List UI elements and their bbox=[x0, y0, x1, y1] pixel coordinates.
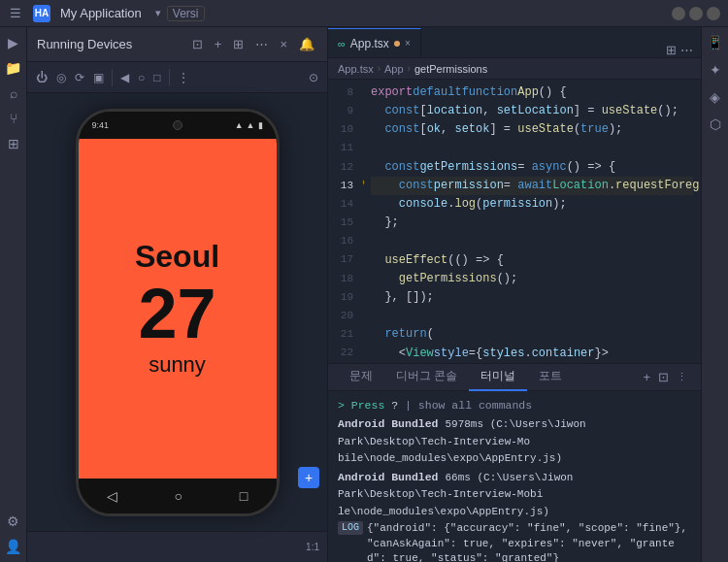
tab-terminal[interactable]: 터미널 bbox=[469, 364, 527, 391]
phone-frame: 9:41 ▲ ▲ ▮ Seoul 27 sunny ◁ ○ □ bbox=[76, 109, 280, 516]
phone-screen: Seoul 27 sunny bbox=[79, 139, 277, 479]
ln-8: 8 bbox=[328, 83, 359, 102]
sparkle-icon[interactable]: ✦ bbox=[704, 58, 727, 82]
city-display: Seoul bbox=[135, 239, 219, 275]
more-icon[interactable]: ⋮ bbox=[175, 69, 192, 86]
ln-12: 12 bbox=[328, 158, 359, 177]
maximize-button[interactable]: □ bbox=[689, 7, 703, 20]
code-line-22: <View style={styles.container}> bbox=[371, 345, 693, 363]
ln-14: 14 bbox=[328, 195, 359, 214]
hamburger-icon[interactable]: ☰ bbox=[8, 6, 23, 21]
home-icon[interactable]: ○ bbox=[135, 69, 148, 86]
phone-camera bbox=[173, 120, 182, 130]
bc-method: getPermissions bbox=[414, 63, 487, 75]
settings-icon[interactable]: ⚙ bbox=[2, 510, 25, 533]
tab-app-tsx[interactable]: ∞ App.tsx × bbox=[328, 28, 421, 57]
line-numbers: 8 9 10 11 12 13 14 15 16 17 18 19 20 21 bbox=[328, 80, 363, 363]
ln-13: 13 bbox=[328, 177, 359, 195]
phone-back-btn[interactable]: ◁ bbox=[107, 488, 117, 504]
app-logo: HA bbox=[33, 5, 50, 22]
code-content: 8 9 10 11 12 13 14 15 16 17 18 19 20 21 bbox=[328, 80, 701, 363]
terminal-more-icon[interactable]: ⋮ bbox=[673, 371, 691, 383]
phone-status-bar: 9:41 ▲ ▲ ▮ bbox=[79, 112, 277, 139]
volume-icon[interactable]: ◎ bbox=[53, 69, 69, 86]
bc-sep1: › bbox=[378, 63, 381, 74]
overview-icon[interactable]: □ bbox=[150, 69, 163, 86]
power-icon[interactable]: ⏻ bbox=[33, 69, 50, 86]
device-panel-new-icon[interactable]: ⊡ bbox=[189, 35, 206, 53]
android-bundled-label-2: Android Bundled bbox=[338, 471, 439, 483]
lightbulb-icon[interactable]: 💡 bbox=[363, 178, 367, 195]
device-bottom-bar: 1:1 bbox=[27, 531, 327, 562]
terminal-content: > Press ? | show all commands Android Bu… bbox=[328, 391, 701, 562]
chevron-icon[interactable]: ▾ bbox=[155, 7, 161, 19]
extensions-icon[interactable]: ⊞ bbox=[2, 132, 25, 155]
editor-terminal-wrapper: ∞ App.tsx × ⊞ ⋯ App.tsx › App › getPermi… bbox=[328, 27, 701, 562]
window-controls: − □ × bbox=[672, 7, 720, 20]
device-panel-split-icon[interactable]: ⊞ bbox=[230, 35, 247, 53]
tab-modified-dot bbox=[394, 41, 400, 47]
run-icon[interactable]: ▶ bbox=[2, 31, 25, 54]
ln-20: 20 bbox=[328, 307, 359, 325]
bottom-area: 문제 디버그 콘솔 터미널 포트 + ⊡ ⋮ > Press ? | show … bbox=[328, 363, 701, 562]
code-line-10: const [ok, setok] = useState(true); bbox=[371, 120, 693, 139]
tab-debug-console[interactable]: 디버그 콘솔 bbox=[384, 364, 469, 391]
editor-toolbar-right: ⊞ ⋯ bbox=[658, 43, 701, 57]
assistant-icon[interactable]: ◈ bbox=[704, 85, 727, 109]
main-content: ▶ 📁 ⌕ ⑂ ⊞ ⚙ 👤 Running Devices ⊡ + ⊞ ⋯ × … bbox=[0, 27, 728, 562]
device-screen: 9:41 ▲ ▲ ▮ Seoul 27 sunny ◁ ○ □ bbox=[27, 93, 327, 531]
terminal-split-icon[interactable]: ⊡ bbox=[654, 368, 673, 386]
device-panel-add-icon[interactable]: + bbox=[212, 35, 225, 53]
account-icon[interactable]: 👤 bbox=[2, 535, 25, 558]
bc-file: App.tsx bbox=[338, 63, 374, 75]
temp-display: 27 bbox=[138, 279, 215, 348]
more-editor-icon[interactable]: ⋯ bbox=[680, 43, 693, 57]
phone-status-icons: ▲ ▲ ▮ bbox=[235, 120, 263, 130]
device-panel-title: Running Devices bbox=[37, 37, 183, 51]
target-icon[interactable]: ⊙ bbox=[306, 69, 321, 86]
device-preview-icon[interactable]: 📱 bbox=[704, 31, 727, 54]
rotate-icon[interactable]: ⟳ bbox=[72, 69, 87, 86]
code-editor[interactable]: 8 9 10 11 12 13 14 15 16 17 18 19 20 21 bbox=[328, 80, 701, 363]
ln-17: 17 bbox=[328, 251, 359, 270]
title-bar: ☰ HA My Application ▾ Versi − □ × bbox=[0, 0, 728, 27]
search-icon[interactable]: ⌕ bbox=[2, 82, 25, 105]
android-bundled-label-1: Android Bundled bbox=[338, 417, 439, 430]
code-lines: export default function App() { const [l… bbox=[363, 80, 701, 363]
phone-home-btn[interactable]: ○ bbox=[175, 488, 182, 504]
breadcrumb: App.tsx › App › getPermissions bbox=[328, 58, 701, 80]
separator2 bbox=[169, 69, 170, 86]
code-line-8: export default function App() { bbox=[371, 83, 693, 102]
back-icon[interactable]: ◀ bbox=[117, 69, 132, 86]
wifi-icon: ▲ bbox=[247, 120, 255, 130]
bc-sep2: › bbox=[408, 63, 411, 74]
add-device-button[interactable]: + bbox=[298, 467, 319, 488]
code-line-9: const [location, setLocation] = useState… bbox=[371, 102, 693, 120]
app-name: My Application bbox=[60, 6, 142, 20]
terminal-add-icon[interactable]: + bbox=[639, 368, 654, 386]
panel-tabs: 문제 디버그 콘솔 터미널 포트 + ⊡ ⋮ bbox=[328, 364, 701, 391]
plugin-icon[interactable]: ⬡ bbox=[704, 113, 727, 136]
files-icon[interactable]: 📁 bbox=[2, 56, 25, 80]
tab-ports[interactable]: 포트 bbox=[527, 364, 574, 391]
ln-22: 22 bbox=[328, 345, 359, 363]
device-panel-more-icon[interactable]: ⋯ bbox=[252, 35, 271, 53]
bc-app: App bbox=[384, 63, 404, 75]
close-button[interactable]: × bbox=[707, 7, 720, 20]
screenshot-icon[interactable]: ▣ bbox=[90, 69, 107, 86]
minimize-button[interactable]: − bbox=[672, 7, 685, 20]
git-icon[interactable]: ⑂ bbox=[2, 107, 25, 130]
device-panel-close-icon[interactable]: × bbox=[277, 35, 290, 53]
editor-area: ∞ App.tsx × ⊞ ⋯ App.tsx › App › getPermi… bbox=[328, 27, 701, 363]
code-line-16 bbox=[371, 233, 693, 251]
tab-close-icon[interactable]: × bbox=[405, 38, 411, 49]
phone-time: 9:41 bbox=[92, 120, 110, 130]
device-panel-bell-icon[interactable]: 🔔 bbox=[296, 35, 317, 53]
phone-recent-btn[interactable]: □ bbox=[240, 488, 248, 504]
code-line-12: const getPermissions = async () => { bbox=[371, 158, 693, 177]
tab-problems[interactable]: 문제 bbox=[338, 364, 384, 391]
split-editor-icon[interactable]: ⊞ bbox=[666, 43, 677, 57]
tab-name: App.tsx bbox=[350, 37, 389, 50]
ln-18: 18 bbox=[328, 270, 359, 288]
editor-tabs: ∞ App.tsx × ⊞ ⋯ bbox=[328, 27, 701, 58]
